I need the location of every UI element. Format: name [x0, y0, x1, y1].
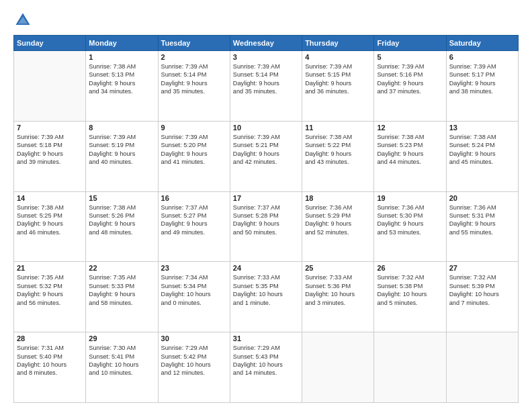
day-number: 28	[17, 334, 83, 342]
weekday-header-wednesday: Wednesday	[230, 36, 302, 51]
calendar-cell: 22Sunrise: 7:35 AM Sunset: 5:33 PM Dayli…	[86, 262, 158, 332]
day-number: 19	[377, 194, 443, 202]
week-row-1: 7Sunrise: 7:39 AM Sunset: 5:18 PM Daylig…	[14, 121, 519, 191]
day-number: 27	[449, 264, 515, 272]
day-number: 21	[17, 264, 83, 272]
calendar-cell: 23Sunrise: 7:34 AM Sunset: 5:34 PM Dayli…	[158, 262, 230, 332]
day-number: 7	[17, 124, 83, 132]
calendar-cell: 16Sunrise: 7:37 AM Sunset: 5:27 PM Dayli…	[158, 191, 230, 262]
calendar-cell: 29Sunrise: 7:30 AM Sunset: 5:41 PM Dayli…	[86, 332, 158, 403]
logo-icon	[13, 11, 32, 30]
calendar-cell: 10Sunrise: 7:39 AM Sunset: 5:21 PM Dayli…	[230, 121, 302, 191]
day-info: Sunrise: 7:38 AM Sunset: 5:13 PM Dayligh…	[89, 62, 154, 96]
day-info: Sunrise: 7:39 AM Sunset: 5:14 PM Dayligh…	[161, 62, 227, 96]
day-number: 12	[377, 124, 443, 132]
day-number: 20	[449, 194, 515, 202]
day-info: Sunrise: 7:39 AM Sunset: 5:17 PM Dayligh…	[449, 62, 515, 96]
calendar-cell	[302, 332, 374, 403]
day-info: Sunrise: 7:39 AM Sunset: 5:20 PM Dayligh…	[161, 133, 227, 167]
calendar-cell: 31Sunrise: 7:29 AM Sunset: 5:43 PM Dayli…	[230, 332, 302, 403]
calendar-cell	[374, 332, 446, 403]
calendar-cell: 6Sunrise: 7:39 AM Sunset: 5:17 PM Daylig…	[446, 51, 518, 122]
day-info: Sunrise: 7:37 AM Sunset: 5:27 PM Dayligh…	[161, 203, 227, 237]
day-info: Sunrise: 7:38 AM Sunset: 5:24 PM Dayligh…	[449, 133, 515, 167]
day-number: 17	[233, 194, 299, 202]
calendar-cell: 4Sunrise: 7:39 AM Sunset: 5:15 PM Daylig…	[302, 51, 374, 122]
weekday-header-friday: Friday	[374, 36, 446, 51]
day-info: Sunrise: 7:29 AM Sunset: 5:43 PM Dayligh…	[233, 344, 299, 377]
day-number: 11	[305, 124, 371, 132]
calendar-cell: 12Sunrise: 7:38 AM Sunset: 5:23 PM Dayli…	[374, 121, 446, 191]
day-number: 16	[161, 194, 227, 202]
day-info: Sunrise: 7:39 AM Sunset: 5:14 PM Dayligh…	[233, 62, 299, 96]
day-info: Sunrise: 7:38 AM Sunset: 5:22 PM Dayligh…	[305, 133, 371, 167]
calendar-cell: 27Sunrise: 7:32 AM Sunset: 5:39 PM Dayli…	[446, 262, 518, 332]
header	[13, 11, 519, 30]
calendar-cell: 13Sunrise: 7:38 AM Sunset: 5:24 PM Dayli…	[446, 121, 518, 191]
day-info: Sunrise: 7:30 AM Sunset: 5:41 PM Dayligh…	[89, 344, 154, 377]
day-number: 4	[305, 53, 371, 61]
day-info: Sunrise: 7:38 AM Sunset: 5:23 PM Dayligh…	[377, 133, 443, 167]
day-number: 18	[305, 194, 371, 202]
day-info: Sunrise: 7:32 AM Sunset: 5:38 PM Dayligh…	[377, 273, 443, 307]
day-info: Sunrise: 7:39 AM Sunset: 5:16 PM Dayligh…	[377, 62, 443, 96]
day-info: Sunrise: 7:35 AM Sunset: 5:33 PM Dayligh…	[89, 273, 154, 307]
calendar-cell: 18Sunrise: 7:36 AM Sunset: 5:29 PM Dayli…	[302, 191, 374, 262]
day-number: 10	[233, 124, 299, 132]
day-info: Sunrise: 7:31 AM Sunset: 5:40 PM Dayligh…	[17, 344, 83, 377]
day-info: Sunrise: 7:29 AM Sunset: 5:42 PM Dayligh…	[161, 344, 227, 377]
day-number: 6	[449, 53, 515, 61]
calendar-cell	[14, 51, 86, 122]
calendar-cell: 14Sunrise: 7:38 AM Sunset: 5:25 PM Dayli…	[14, 191, 86, 262]
calendar-cell: 5Sunrise: 7:39 AM Sunset: 5:16 PM Daylig…	[374, 51, 446, 122]
day-info: Sunrise: 7:36 AM Sunset: 5:29 PM Dayligh…	[305, 203, 371, 237]
weekday-header-tuesday: Tuesday	[158, 36, 230, 51]
day-info: Sunrise: 7:39 AM Sunset: 5:21 PM Dayligh…	[233, 133, 299, 167]
day-info: Sunrise: 7:39 AM Sunset: 5:15 PM Dayligh…	[305, 62, 371, 96]
day-number: 3	[233, 53, 299, 61]
calendar-cell: 30Sunrise: 7:29 AM Sunset: 5:42 PM Dayli…	[158, 332, 230, 403]
day-number: 8	[89, 124, 154, 132]
day-number: 31	[233, 334, 299, 342]
weekday-header-monday: Monday	[86, 36, 158, 51]
day-info: Sunrise: 7:39 AM Sunset: 5:18 PM Dayligh…	[17, 133, 83, 167]
week-row-3: 21Sunrise: 7:35 AM Sunset: 5:32 PM Dayli…	[14, 262, 519, 332]
calendar-cell: 25Sunrise: 7:33 AM Sunset: 5:36 PM Dayli…	[302, 262, 374, 332]
calendar-cell: 9Sunrise: 7:39 AM Sunset: 5:20 PM Daylig…	[158, 121, 230, 191]
day-number: 9	[161, 124, 227, 132]
day-info: Sunrise: 7:34 AM Sunset: 5:34 PM Dayligh…	[161, 273, 227, 307]
calendar-cell: 1Sunrise: 7:38 AM Sunset: 5:13 PM Daylig…	[86, 51, 158, 122]
day-number: 15	[89, 194, 154, 202]
day-number: 29	[89, 334, 154, 342]
day-number: 14	[17, 194, 83, 202]
weekday-header-saturday: Saturday	[446, 36, 518, 51]
day-number: 13	[449, 124, 515, 132]
calendar-cell: 28Sunrise: 7:31 AM Sunset: 5:40 PM Dayli…	[14, 332, 86, 403]
calendar-cell	[446, 332, 518, 403]
calendar-cell: 19Sunrise: 7:36 AM Sunset: 5:30 PM Dayli…	[374, 191, 446, 262]
weekday-header-thursday: Thursday	[302, 36, 374, 51]
weekday-header-sunday: Sunday	[14, 36, 86, 51]
day-info: Sunrise: 7:37 AM Sunset: 5:28 PM Dayligh…	[233, 203, 299, 237]
day-info: Sunrise: 7:36 AM Sunset: 5:31 PM Dayligh…	[449, 203, 515, 237]
calendar-cell: 21Sunrise: 7:35 AM Sunset: 5:32 PM Dayli…	[14, 262, 86, 332]
day-number: 30	[161, 334, 227, 342]
calendar-cell: 17Sunrise: 7:37 AM Sunset: 5:28 PM Dayli…	[230, 191, 302, 262]
calendar-cell: 8Sunrise: 7:39 AM Sunset: 5:19 PM Daylig…	[86, 121, 158, 191]
week-row-4: 28Sunrise: 7:31 AM Sunset: 5:40 PM Dayli…	[14, 332, 519, 403]
day-info: Sunrise: 7:36 AM Sunset: 5:30 PM Dayligh…	[377, 203, 443, 237]
week-row-0: 1Sunrise: 7:38 AM Sunset: 5:13 PM Daylig…	[14, 51, 519, 122]
day-info: Sunrise: 7:38 AM Sunset: 5:26 PM Dayligh…	[89, 203, 154, 237]
page: SundayMondayTuesdayWednesdayThursdayFrid…	[0, 0, 532, 411]
calendar-cell: 20Sunrise: 7:36 AM Sunset: 5:31 PM Dayli…	[446, 191, 518, 262]
calendar-cell: 26Sunrise: 7:32 AM Sunset: 5:38 PM Dayli…	[374, 262, 446, 332]
day-number: 5	[377, 53, 443, 61]
day-info: Sunrise: 7:39 AM Sunset: 5:19 PM Dayligh…	[89, 133, 154, 167]
calendar-cell: 3Sunrise: 7:39 AM Sunset: 5:14 PM Daylig…	[230, 51, 302, 122]
day-info: Sunrise: 7:32 AM Sunset: 5:39 PM Dayligh…	[449, 273, 515, 307]
day-number: 1	[89, 53, 154, 61]
week-row-2: 14Sunrise: 7:38 AM Sunset: 5:25 PM Dayli…	[14, 191, 519, 262]
day-number: 24	[233, 264, 299, 272]
day-number: 23	[161, 264, 227, 272]
calendar-cell: 2Sunrise: 7:39 AM Sunset: 5:14 PM Daylig…	[158, 51, 230, 122]
